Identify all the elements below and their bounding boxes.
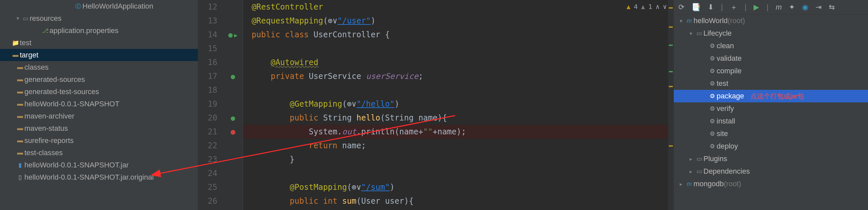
tree-item-label: test xyxy=(20,38,31,47)
maven-icon: m xyxy=(685,18,693,24)
maven-node-label: validate xyxy=(717,54,742,63)
show-deps-icon[interactable]: ◉ xyxy=(802,3,808,11)
maven-node-hint: (root) xyxy=(728,17,745,25)
tree-item-label: helloWorld-0.0.1-SNAPSHOT.jar xyxy=(24,161,129,169)
maven-projects-tree[interactable]: ▾mhelloWorld (root)▾▭Lifecycle⚙clean⚙val… xyxy=(674,15,868,210)
gutter-mark[interactable] xyxy=(223,111,243,125)
tree-item-label: generated-sources xyxy=(24,75,85,84)
project-tree-item[interactable]: ▬surefire-reports xyxy=(0,134,198,147)
project-tree-item[interactable]: ▬generated-test-sources xyxy=(0,85,198,98)
download-icon[interactable]: ⬇ xyxy=(708,3,714,11)
project-tree-item[interactable]: 📁test xyxy=(0,37,198,49)
code-line[interactable] xyxy=(243,42,674,55)
project-tree-item[interactable]: ▬helloWorld-0.0.1-SNAPSHOT xyxy=(0,98,198,110)
project-tree-item[interactable]: ▬target xyxy=(0,49,198,61)
maven-node-label: deploy xyxy=(717,142,738,151)
code-line[interactable]: private UserService userService; xyxy=(243,69,674,83)
code-area[interactable]: @RestController@RequestMapping(⊕∨"/user"… xyxy=(243,0,674,210)
tree-item-label: maven-status xyxy=(24,124,68,133)
project-tree[interactable]: ⒸHelloWorldApplication▾▭resources⎇applic… xyxy=(0,0,198,210)
code-line[interactable]: return name; xyxy=(243,139,674,153)
project-tree-item[interactable]: ⎇application.properties xyxy=(0,24,198,37)
gutter-mark[interactable] xyxy=(223,153,243,166)
gutter-mark[interactable] xyxy=(223,97,243,111)
gutter-mark[interactable] xyxy=(223,194,243,208)
next-highlight-icon[interactable]: ∨ xyxy=(663,3,667,10)
maven-goal-verify[interactable]: ⚙verify xyxy=(674,102,868,115)
code-editor[interactable]: 121314151617181920212223242526 @RestCont… xyxy=(198,0,674,210)
gear-icon: ⚙ xyxy=(708,117,717,125)
line-number: 12 xyxy=(208,0,217,14)
gear-icon: ⚙ xyxy=(708,42,717,50)
code-line[interactable]: public int sum(User user){ xyxy=(243,194,674,208)
marker-gutter[interactable] xyxy=(223,0,243,210)
chevron-icon: ▾ xyxy=(687,30,695,37)
code-line[interactable] xyxy=(243,166,674,180)
reimport-icon[interactable]: ⟳ xyxy=(678,3,684,11)
toggle-skip-tests-icon[interactable]: ✦ xyxy=(789,3,795,11)
gutter-mark[interactable] xyxy=(223,14,243,28)
code-line[interactable]: public String hello(String name){ xyxy=(243,111,674,125)
maven-goal-package[interactable]: ⚙package点这个打包成jar包 xyxy=(674,90,868,102)
project-tree-item[interactable]: ▬test-classes xyxy=(0,147,198,159)
maven-lifecycle-folder[interactable]: ▾▭Lifecycle xyxy=(674,27,868,40)
maven-tool-window[interactable]: ⟳ 📑 ⬇ | ＋ | ▶ | m ✦ ◉ ⇥ ⇆ ▾mhelloWorld (… xyxy=(674,0,868,210)
project-tree-item[interactable]: ▬generated-sources xyxy=(0,73,198,85)
weak-warning-count: 1 xyxy=(648,3,652,10)
maven-goal-clean[interactable]: ⚙clean xyxy=(674,40,868,52)
maven-plugins-folder[interactable]: ▸▭Plugins xyxy=(674,153,868,165)
maven-goal-install[interactable]: ⚙install xyxy=(674,115,868,128)
project-tree-item[interactable]: ▬classes xyxy=(0,61,198,73)
gutter-mark[interactable] xyxy=(223,42,243,55)
gutter-mark[interactable] xyxy=(223,83,243,97)
project-tree-item[interactable]: ▮helloWorld-0.0.1-SNAPSHOT.jar xyxy=(0,159,198,171)
generate-sources-icon[interactable]: 📑 xyxy=(691,3,701,11)
code-line[interactable]: @Autowired xyxy=(243,55,674,69)
maven-goal-deploy[interactable]: ⚙deploy xyxy=(674,140,868,153)
tree-item-label: classes xyxy=(24,63,49,72)
gutter-mark[interactable] xyxy=(223,69,243,83)
project-tree-item[interactable]: ⒸHelloWorldApplication xyxy=(0,0,198,12)
gutter-mark[interactable] xyxy=(223,55,243,69)
maven-goal-validate[interactable]: ⚙validate xyxy=(674,52,868,65)
error-stripe[interactable] xyxy=(668,0,674,210)
code-line[interactable]: @RequestMapping(⊕∨"/user") xyxy=(243,14,674,28)
maven-goal-compile[interactable]: ⚙compile xyxy=(674,65,868,77)
gutter-mark[interactable] xyxy=(223,139,243,153)
project-tree-item[interactable]: ▯helloWorld-0.0.1-SNAPSHOT.jar.original xyxy=(0,171,198,183)
warning-count: 4 xyxy=(634,3,638,10)
project-tree-item[interactable]: ▬maven-status xyxy=(0,122,198,134)
settings-icon[interactable]: ⇆ xyxy=(829,3,835,11)
code-line[interactable] xyxy=(243,83,674,97)
project-tree-item[interactable]: ▬maven-archiver xyxy=(0,110,198,122)
code-line[interactable]: @RestController xyxy=(243,0,674,14)
code-line[interactable]: System.out.println(name+""+name); xyxy=(243,125,674,139)
gutter-mark[interactable] xyxy=(223,0,243,14)
gear-icon: ⚙ xyxy=(708,130,717,137)
code-line[interactable]: } xyxy=(243,153,674,166)
maven-goal-test[interactable]: ⚙test xyxy=(674,77,868,90)
code-line[interactable]: @GetMapping(⊕∨"/hello") xyxy=(243,97,674,111)
gear-icon: ⚙ xyxy=(708,55,717,62)
code-line[interactable]: @PostMapping(⊕∨"/sum") xyxy=(243,180,674,194)
gear-icon: ⚙ xyxy=(708,80,717,87)
gutter-mark[interactable] xyxy=(223,180,243,194)
gutter-mark[interactable] xyxy=(223,166,243,180)
gutter-mark[interactable] xyxy=(223,125,243,139)
maven-goal-site[interactable]: ⚙site xyxy=(674,128,868,140)
gutter-mark[interactable] xyxy=(223,28,243,42)
code-line[interactable]: public class UserController { xyxy=(243,28,674,42)
execute-goal-icon[interactable]: m xyxy=(776,3,782,11)
project-tree-item[interactable]: ▾▭resources xyxy=(0,12,198,24)
tree-item-label: helloWorld-0.0.1-SNAPSHOT.jar.original xyxy=(24,173,154,182)
collapse-all-icon[interactable]: ⇥ xyxy=(815,3,822,11)
add-icon[interactable]: ＋ xyxy=(730,2,737,12)
line-number: 15 xyxy=(208,42,217,55)
maven-toolbar[interactable]: ⟳ 📑 ⬇ | ＋ | ▶ | m ✦ ◉ ⇥ ⇆ xyxy=(674,0,868,15)
inspections-summary[interactable]: ▲ 4 ▲ 1 ∧ ∨ xyxy=(627,3,667,10)
maven-dependencies-folder[interactable]: ▸▭Dependencies xyxy=(674,165,868,178)
maven-project-root[interactable]: ▾mhelloWorld (root) xyxy=(674,15,868,27)
run-icon[interactable]: ▶ xyxy=(753,3,759,11)
prev-highlight-icon[interactable]: ∧ xyxy=(656,3,659,10)
maven-project-root[interactable]: ▸mmongodb (root) xyxy=(674,178,868,190)
